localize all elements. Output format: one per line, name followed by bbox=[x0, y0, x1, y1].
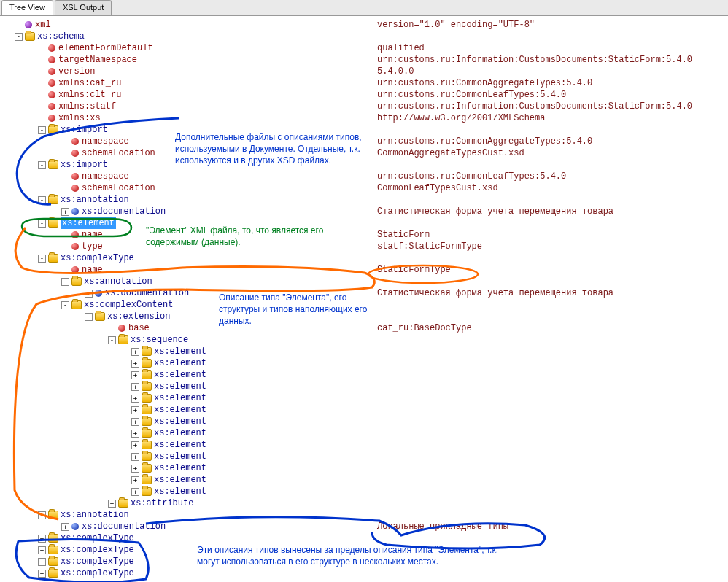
collapse-icon[interactable]: - bbox=[38, 126, 46, 134]
collapse-icon[interactable]: - bbox=[85, 313, 93, 321]
node-label[interactable]: xs:complexType bbox=[61, 252, 134, 264]
expand-icon[interactable]: + bbox=[38, 535, 46, 543]
node-label[interactable]: xs:complexType bbox=[61, 567, 134, 579]
expand-icon[interactable]: + bbox=[131, 418, 139, 426]
node-label[interactable]: xs:import bbox=[61, 124, 108, 136]
node-label[interactable]: xs:schema bbox=[37, 31, 85, 42]
tree-row[interactable]: +xs:element bbox=[3, 357, 371, 369]
node-label[interactable]: schemaLocation bbox=[82, 147, 155, 159]
tree-row[interactable]: +xs:element bbox=[3, 369, 371, 381]
expand-icon[interactable]: + bbox=[38, 546, 46, 554]
tree-row[interactable]: +xs:complexType bbox=[3, 544, 371, 556]
node-label[interactable]: xmlns:cat_ru bbox=[58, 77, 121, 89]
tab-tree-view[interactable]: Tree View bbox=[1, 0, 53, 15]
tree-row[interactable]: +xs:complexType bbox=[3, 567, 371, 579]
collapse-icon[interactable]: - bbox=[61, 301, 69, 309]
node-label[interactable]: xs:documentation bbox=[82, 206, 166, 217]
tree-row[interactable]: +xs:element bbox=[3, 451, 371, 462]
node-label[interactable]: name bbox=[82, 264, 103, 276]
tree-row[interactable]: +xs:attribute bbox=[3, 497, 371, 509]
expand-icon[interactable]: + bbox=[131, 453, 139, 461]
tree-row[interactable]: +xs:element bbox=[3, 381, 371, 392]
node-label[interactable]: xs:element bbox=[154, 474, 206, 486]
tree-row[interactable]: +xs:documentation bbox=[3, 206, 371, 217]
tree-row[interactable]: +xs:element bbox=[3, 462, 371, 474]
node-label[interactable]: xmlns:statf bbox=[58, 101, 116, 112]
tree-row[interactable]: -xs:complexType bbox=[3, 252, 371, 264]
node-label[interactable]: xs:element bbox=[154, 381, 206, 392]
collapse-icon[interactable]: - bbox=[38, 220, 46, 228]
node-label[interactable]: xs:extension bbox=[107, 311, 170, 322]
expand-icon[interactable]: + bbox=[131, 383, 139, 391]
tree-row[interactable]: +xs:element bbox=[3, 427, 371, 439]
tree-row[interactable]: namespace bbox=[3, 136, 371, 147]
tree-row[interactable]: +xs:element bbox=[3, 392, 371, 404]
tree-row[interactable]: -xs:annotation bbox=[3, 194, 371, 206]
node-label[interactable]: xs:documentation bbox=[82, 521, 166, 532]
collapse-icon[interactable]: - bbox=[38, 255, 46, 263]
expand-icon[interactable]: + bbox=[131, 395, 139, 403]
tree-row[interactable]: xmlns:xs bbox=[3, 112, 371, 124]
expand-icon[interactable]: + bbox=[131, 465, 139, 473]
tree-row[interactable]: xmlns:clt_ru bbox=[3, 89, 371, 101]
tree-row[interactable]: schemaLocation bbox=[3, 147, 371, 159]
tree-row[interactable]: -xs:import bbox=[3, 159, 371, 171]
tree-row[interactable]: xmlns:statf bbox=[3, 101, 371, 112]
collapse-icon[interactable]: - bbox=[108, 336, 116, 344]
expand-icon[interactable]: + bbox=[131, 488, 139, 496]
tree-row[interactable]: -xs:element bbox=[3, 217, 371, 229]
tree-row[interactable]: +xs:element bbox=[3, 416, 371, 427]
node-label[interactable]: xs:element bbox=[154, 462, 206, 474]
expand-icon[interactable]: + bbox=[38, 558, 46, 566]
node-label[interactable]: xs:sequence bbox=[131, 334, 188, 346]
node-label[interactable]: xs:element bbox=[154, 416, 206, 427]
tree-row[interactable]: -xs:schema bbox=[3, 31, 371, 42]
tree-row[interactable]: namespace bbox=[3, 171, 371, 182]
node-label[interactable]: schemaLocation bbox=[82, 182, 155, 194]
node-label[interactable]: xs:element bbox=[154, 427, 206, 439]
tree-row[interactable]: +xs:element bbox=[3, 439, 371, 451]
expand-icon[interactable]: + bbox=[61, 523, 69, 531]
expand-icon[interactable]: + bbox=[38, 570, 46, 578]
expand-icon[interactable]: + bbox=[131, 348, 139, 356]
node-label[interactable]: xs:element bbox=[154, 369, 206, 381]
expand-icon[interactable]: + bbox=[131, 441, 139, 449]
node-label[interactable]: xs:element bbox=[154, 392, 206, 404]
node-label[interactable]: xs:complexType bbox=[61, 532, 134, 544]
tree-row[interactable]: type bbox=[3, 241, 371, 252]
tree-row[interactable]: -xs:sequence bbox=[3, 334, 371, 346]
expand-icon[interactable]: + bbox=[131, 406, 139, 414]
tree-row[interactable]: xml bbox=[3, 19, 371, 31]
expand-icon[interactable]: + bbox=[85, 290, 93, 298]
tree-row[interactable]: version bbox=[3, 66, 371, 77]
node-label[interactable]: xs:element bbox=[154, 486, 206, 497]
node-label[interactable]: xs:element bbox=[154, 439, 206, 451]
tree-row[interactable]: -xs:annotation bbox=[3, 276, 371, 287]
node-label[interactable]: xs:annotation bbox=[61, 194, 129, 206]
node-label[interactable]: xml bbox=[35, 19, 51, 31]
collapse-icon[interactable]: - bbox=[38, 511, 46, 519]
expand-icon[interactable]: + bbox=[131, 371, 139, 379]
node-label[interactable]: xmlns:xs bbox=[58, 112, 101, 124]
tree-row[interactable]: +xs:element bbox=[3, 486, 371, 497]
node-label[interactable]: elementFormDefault bbox=[58, 42, 153, 54]
tree-row[interactable]: +xs:documentation bbox=[3, 287, 371, 299]
tree-row[interactable]: -xs:complexContent bbox=[3, 299, 371, 311]
tree-row[interactable]: name bbox=[3, 264, 371, 276]
tab-xsl-output[interactable]: XSL Output bbox=[55, 0, 112, 15]
collapse-icon[interactable]: - bbox=[38, 196, 46, 204]
node-label[interactable]: xs:annotation bbox=[61, 509, 129, 521]
expand-icon[interactable]: + bbox=[131, 430, 139, 438]
node-label[interactable]: xs:import bbox=[61, 159, 108, 171]
expand-icon[interactable]: + bbox=[61, 208, 69, 216]
node-label[interactable]: xmlns:clt_ru bbox=[58, 89, 121, 101]
tree-row[interactable]: +xs:documentation bbox=[3, 521, 371, 532]
node-label[interactable]: namespace bbox=[82, 171, 129, 182]
tree-row[interactable]: -xs:import bbox=[3, 124, 371, 136]
tree-row[interactable]: -xs:extension bbox=[3, 311, 371, 322]
tree-column[interactable]: xml-xs:schemaelementFormDefaulttargetNam… bbox=[0, 16, 371, 582]
node-label[interactable]: version bbox=[58, 66, 95, 77]
tree-row[interactable]: name bbox=[3, 229, 371, 241]
expand-icon[interactable]: + bbox=[131, 360, 139, 368]
node-label[interactable]: xs:element bbox=[154, 404, 206, 416]
